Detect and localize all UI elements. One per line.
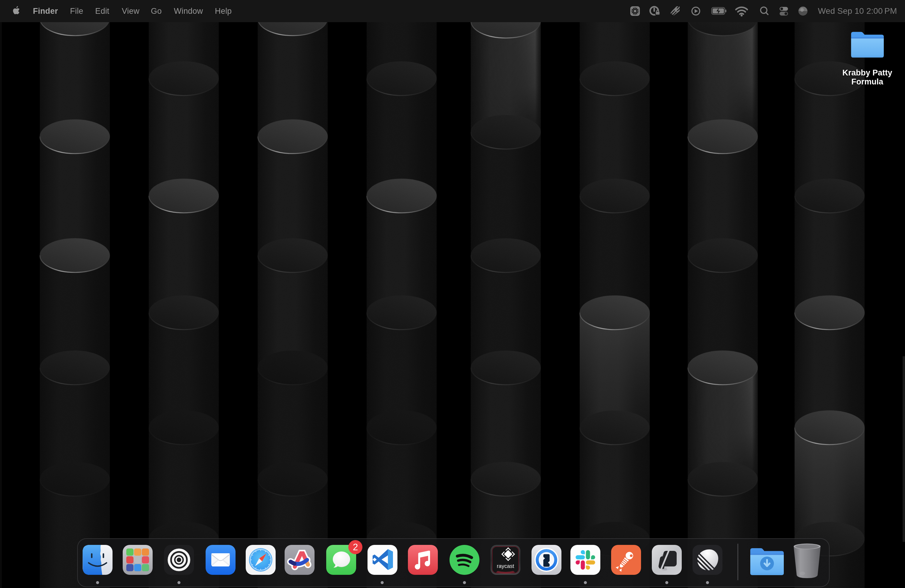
svg-text:raycast: raycast — [497, 563, 514, 569]
